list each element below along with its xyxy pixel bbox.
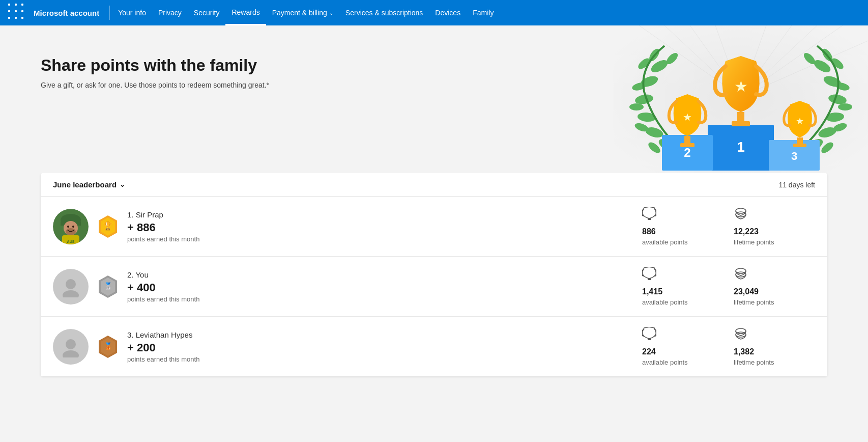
svg-text:🏆: 🏆 [103,221,113,231]
svg-text:3: 3 [791,150,797,162]
svg-point-20 [629,103,644,110]
nav-security[interactable]: Security [188,0,226,25]
chevron-down-icon: ⌄ [120,181,125,188]
svg-point-73 [736,272,746,277]
nav-payment[interactable]: Payment & billing ⌄ [266,0,339,25]
coins-icon [734,267,748,283]
svg-text:2: 2 [684,146,690,159]
lifetime-points-value: 1,382 [734,347,754,356]
trophy-icon [642,327,656,343]
svg-point-75 [63,350,79,357]
lifetime-points-block: 12,223 lifetime points [734,207,815,246]
svg-text:★: ★ [796,116,804,126]
available-points-label: available points [642,358,688,366]
rank-points-earned: + 400 [127,281,632,294]
svg-rect-46 [680,143,695,147]
svg-point-56 [67,226,69,228]
avatar [53,269,89,305]
rank-info: 1. Sir Prap + 886 points earned this mon… [127,210,632,243]
svg-point-65 [736,212,746,217]
rank-name: 3. Leviathan Hypes [127,330,632,339]
table-row: 🥉 3. Leviathan Hypes + 200 points earned… [41,317,827,376]
svg-point-74 [66,339,76,349]
rank-name: 2. You [127,270,632,279]
svg-rect-48 [797,137,803,144]
rank-points-earned: + 886 [127,221,632,234]
rank-badge-gold: 🏆 [99,215,117,238]
rank-info: 2. You + 400 points earned this month [127,270,632,303]
available-points-block: 224 available points [642,327,724,366]
svg-point-33 [838,103,852,110]
coins-icon [734,207,748,223]
svg-rect-42 [737,112,744,121]
svg-text:1: 1 [737,139,745,155]
rank-name: 1. Sir Prap [127,210,632,219]
rank-points-label: points earned this month [127,235,632,243]
nav-your-info[interactable]: Your info [112,0,152,25]
avatar [53,329,89,365]
coins-icon [734,327,748,343]
rank-points-earned: + 200 [127,341,632,354]
available-points-value: 886 [642,227,656,236]
rank-points-label: points earned this month [127,355,632,363]
svg-rect-43 [732,121,750,126]
brand-name: Microsoft account [34,9,99,17]
svg-point-81 [736,332,746,337]
apps-grid-icon[interactable] [8,4,26,22]
hero-trophy-image: 1 2 3 ★ [614,25,868,173]
available-points-block: 886 available points [642,207,724,246]
svg-text:AUS: AUS [67,240,75,243]
table-row: 🥈 2. You + 400 points earned this month [41,257,827,317]
navigation: Microsoft account Your info Privacy Secu… [0,0,868,25]
lifetime-points-label: lifetime points [734,298,774,306]
chevron-down-icon: ⌄ [329,10,333,16]
available-points-value: 1,415 [642,287,662,296]
hero-section: Share points with the family Give a gift… [0,25,868,173]
nav-services[interactable]: Services & subscriptions [339,0,429,25]
svg-text:★: ★ [683,112,692,123]
available-points-label: available points [642,238,688,246]
svg-point-66 [66,279,76,289]
lifetime-points-label: lifetime points [734,238,774,246]
nav-devices[interactable]: Devices [429,0,467,25]
leaderboard-title-text: June leaderboard [53,180,117,189]
svg-rect-49 [793,144,806,147]
lifetime-points-block: 23,049 lifetime points [734,267,815,306]
svg-rect-45 [684,136,690,143]
trophy-icon [642,207,656,223]
rank-badge-silver: 🥈 [99,275,117,298]
trophy-icon [642,267,656,283]
svg-rect-71 [648,279,651,280]
rank-badge-bronze: 🥉 [99,336,117,358]
svg-text:🥉: 🥉 [104,342,113,351]
lifetime-points-value: 23,049 [734,287,759,296]
lifetime-points-value: 12,223 [734,227,759,236]
avatar: AUS [53,209,89,244]
svg-rect-63 [648,218,651,220]
available-points-block: 1,415 available points [642,267,724,306]
available-points-label: available points [642,298,688,306]
svg-point-67 [63,290,79,297]
svg-text:🥈: 🥈 [104,282,113,291]
lifetime-points-label: lifetime points [734,358,774,366]
leaderboard-panel: June leaderboard ⌄ 11 days left [41,173,827,376]
rank-points-label: points earned this month [127,295,632,303]
leaderboard-title[interactable]: June leaderboard ⌄ [53,180,125,189]
nav-family[interactable]: Family [467,0,500,25]
lifetime-points-block: 1,382 lifetime points [734,327,815,366]
leaderboard-days-left: 11 days left [778,181,815,189]
leaderboard-header: June leaderboard ⌄ 11 days left [41,173,827,197]
table-row: AUS 🏆 1. Sir Prap + 886 points earned th… [41,197,827,257]
rank-info: 3. Leviathan Hypes + 200 points earned t… [127,330,632,363]
svg-point-57 [72,226,74,228]
available-points-value: 224 [642,347,656,356]
svg-rect-79 [648,339,651,340]
nav-divider [109,6,110,20]
nav-rewards[interactable]: Rewards [225,0,266,25]
svg-text:★: ★ [734,78,748,95]
nav-privacy[interactable]: Privacy [152,0,188,25]
